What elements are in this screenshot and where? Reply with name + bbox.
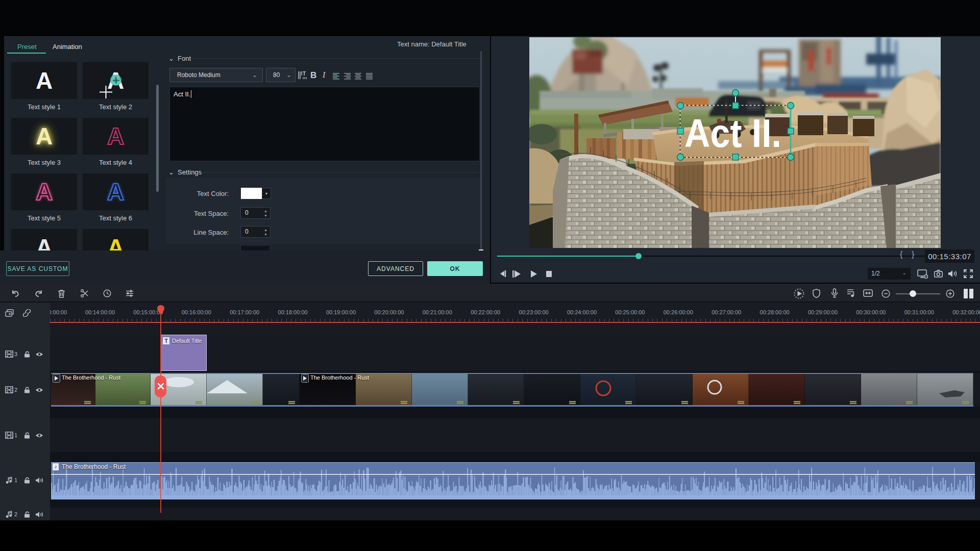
svg-text:Act II.: Act II. [684, 111, 781, 156]
svg-text:T: T [303, 71, 306, 77]
